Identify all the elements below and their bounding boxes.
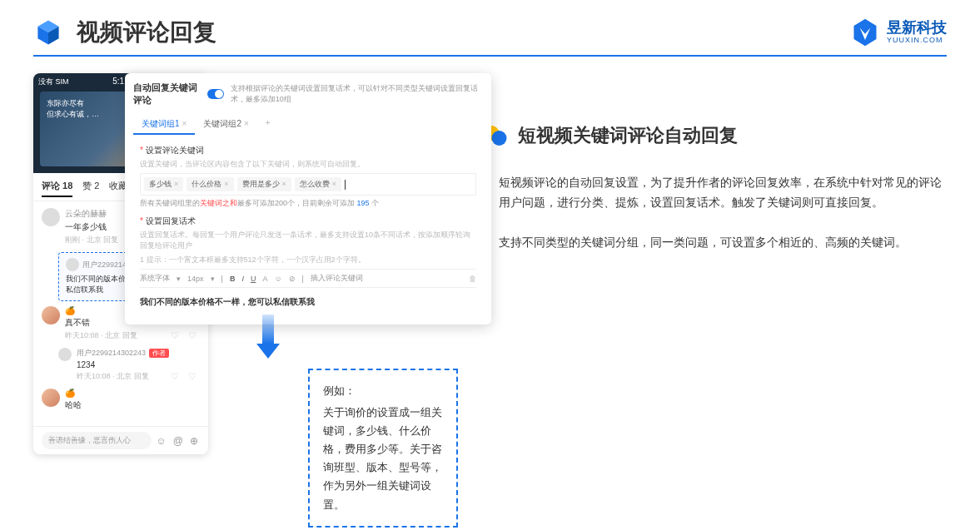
comment-text: 哈哈 bbox=[65, 399, 200, 411]
svg-point-1 bbox=[492, 131, 507, 146]
settings-title: 自动回复关键词评论 bbox=[133, 82, 201, 106]
reply-textarea[interactable]: 我们不同的版本价格不一样，您可以私信联系我 bbox=[140, 291, 476, 313]
avatar bbox=[42, 208, 60, 226]
tab-add[interactable]: + bbox=[257, 115, 279, 135]
delete-icon[interactable]: 🗑 bbox=[469, 275, 476, 283]
keyword-section: 设置评论关键词 设置关键词，当评论区内容包含了以下关键词，则系统可自动回复。 多… bbox=[133, 141, 483, 212]
reply-desc2: 1 提示：一个富文本框最多支持512个字符，一个汉字占用2个字符。 bbox=[140, 255, 476, 265]
tab-group2[interactable]: 关键词组2× bbox=[195, 115, 256, 135]
comment-input-bar: 善语结善缘，恶言伤人心 ☺ @ ⊕ bbox=[33, 426, 208, 454]
arrow-connector bbox=[262, 315, 280, 359]
author-badge: 作者 bbox=[149, 349, 169, 358]
at-icon[interactable]: @ bbox=[173, 435, 185, 447]
comment-input[interactable]: 善语结善缘，恶言伤人心 bbox=[42, 432, 152, 449]
plus-icon[interactable]: ⊕ bbox=[190, 435, 200, 447]
bold-icon[interactable]: B bbox=[230, 275, 236, 283]
comment-meta: 昨天10:08 · 北京 回复 bbox=[77, 371, 149, 382]
avatar bbox=[42, 389, 60, 407]
avatar bbox=[42, 306, 60, 324]
keyword-group-tabs: 关键词组1× 关键词组2× + bbox=[133, 115, 483, 135]
left-column: 没有 SIM 5:11 东际亦尽有 但求心有诚，… 评论 18 赞 2 收藏 bbox=[33, 73, 458, 273]
settings-panel: 自动回复关键词评论 支持根据评论的关键词设置回复话术，可以针对不同类型关键词设置… bbox=[125, 73, 491, 324]
settings-subtitle: 支持根据评论的关键词设置回复话术，可以针对不同类型关键词设置回复话术，最多添加1… bbox=[231, 83, 483, 105]
comment-actions: 昨天10:08 · 北京 回复 ♡ ♡ bbox=[65, 330, 200, 341]
comment-body: 🍊 哈哈 bbox=[65, 389, 200, 413]
header-divider bbox=[33, 55, 947, 57]
feature-title: 短视频关键词评论自动回复 bbox=[518, 123, 738, 148]
example-title: 例如： bbox=[323, 382, 443, 400]
bullet-item: ◆ 短视频评论的自动回复设置，为了提升作者的评论回复效率，在系统中针对常见的评论… bbox=[483, 173, 947, 213]
bullet-item: ◆ 支持不同类型的关键词分组，同一类问题，可设置多个相近的、高频的关键词。 bbox=[483, 233, 947, 253]
brand-hex-icon bbox=[850, 17, 880, 47]
tab-likes[interactable]: 赞 2 bbox=[82, 180, 99, 197]
settings-header: 自动回复关键词评论 支持根据评论的关键词设置回复话术，可以针对不同类型关键词设置… bbox=[133, 82, 483, 111]
keyword-desc: 设置关键词，当评论区内容包含了以下关键词，则系统可自动回复。 bbox=[140, 159, 476, 170]
comment-text: 1234 bbox=[77, 360, 200, 369]
like-icons[interactable]: ♡ ♡ bbox=[171, 330, 200, 341]
brand-name-cn: 昱新科技 bbox=[887, 20, 947, 37]
keyword-tags-input[interactable]: 多少钱× 什么价格× 费用是多少× 怎么收费× bbox=[140, 173, 476, 196]
comment-item: 用户2299214302243 作者 1234 昨天10:08 · 北京 回复 … bbox=[58, 348, 200, 382]
keyword-note: 所有关键词组里的关键词之和最多可添加200个，目前剩余可添加 195 个 bbox=[140, 198, 476, 209]
emoji-btn[interactable]: ☺ bbox=[274, 275, 281, 283]
header-left: 视频评论回复 bbox=[33, 17, 216, 48]
example-body: 关于询价的设置成一组关键词，多少钱、什么价格，费用多少等。关于咨询班型、版本、型… bbox=[323, 404, 443, 514]
font-btn[interactable]: A bbox=[262, 275, 267, 283]
comment-body: 用户2299214302243 作者 1234 昨天10:08 · 北京 回复 … bbox=[77, 348, 200, 382]
example-box: 例如： 关于询价的设置成一组关键词，多少钱、什么价格，费用多少等。关于咨询班型、… bbox=[308, 369, 458, 528]
brand-logo: 昱新科技 YUUXIN.COM bbox=[850, 17, 947, 47]
clear-icon[interactable]: ⊘ bbox=[289, 275, 296, 283]
comment-user: 🍊 bbox=[65, 389, 200, 398]
page-title: 视频评论回复 bbox=[77, 17, 216, 48]
toggle-switch[interactable] bbox=[207, 89, 224, 99]
emoji-icon[interactable]: ☺ bbox=[157, 435, 168, 447]
right-column: 短视频关键词评论自动回复 ◆ 短视频评论的自动回复设置，为了提升作者的评论回复效… bbox=[483, 73, 947, 273]
brand-name-en: YUUXIN.COM bbox=[887, 37, 947, 45]
like-icons[interactable]: ♡ ♡ bbox=[171, 371, 200, 382]
reply-desc: 设置回复话术。每回复一个用户评论只发送一条话术，最多支持设置10条不同话术，按添… bbox=[140, 230, 476, 251]
keyword-tag[interactable]: 多少钱× bbox=[144, 177, 183, 191]
insert-keyword-btn[interactable]: 插入评论关键词 bbox=[311, 273, 363, 284]
italic-icon[interactable]: I bbox=[241, 275, 244, 283]
comment-item: 🍊 哈哈 bbox=[42, 389, 200, 413]
tab-comments[interactable]: 评论 18 bbox=[42, 180, 72, 197]
size-select[interactable]: 14px bbox=[187, 275, 204, 283]
keyword-tag[interactable]: 怎么收费× bbox=[295, 177, 341, 191]
cube-icon bbox=[33, 17, 63, 47]
header: 视频评论回复 昱新科技 YUUXIN.COM bbox=[33, 17, 947, 48]
keyword-label: 设置评论关键词 bbox=[140, 145, 476, 156]
reply-label: 设置回复话术 bbox=[140, 215, 476, 227]
avatar bbox=[58, 348, 72, 361]
bullet-text: 短视频评论的自动回复设置，为了提升作者的评论回复效率，在系统中针对常见的评论用户… bbox=[499, 173, 947, 213]
bullet-text: 支持不同类型的关键词分组，同一类问题，可设置多个相近的、高频的关键词。 bbox=[499, 233, 907, 253]
cursor-icon bbox=[345, 180, 346, 190]
comment-actions: 昨天10:08 · 北京 回复 ♡ ♡ bbox=[77, 371, 200, 382]
keyword-tag[interactable]: 什么价格× bbox=[187, 177, 233, 191]
keyword-tag[interactable]: 费用是多少× bbox=[237, 177, 291, 191]
comment-meta: 昨天10:08 · 北京 回复 bbox=[65, 330, 137, 341]
main-content: 没有 SIM 5:11 东际亦尽有 但求心有诚，… 评论 18 赞 2 收藏 bbox=[33, 73, 947, 273]
reply-header: 用户2299214302243 作者 bbox=[77, 348, 200, 359]
tab-group1[interactable]: 关键词组1× bbox=[133, 115, 195, 135]
avatar bbox=[66, 258, 79, 271]
editor-toolbar: 系统字体▾ 14px▾ | B I U A ☺ ⊘ | 插入评论关键词 🗑 bbox=[140, 269, 476, 288]
sim-status: 没有 SIM bbox=[38, 77, 69, 86]
video-overlay-text: 东际亦尽有 但求心有诚，… bbox=[47, 98, 99, 119]
brand-text: 昱新科技 YUUXIN.COM bbox=[887, 20, 947, 45]
font-select[interactable]: 系统字体 bbox=[140, 273, 170, 284]
reply-section: 设置回复话术 设置回复话术。每回复一个用户评论只发送一条话术，最多支持设置10条… bbox=[133, 212, 483, 316]
feature-header: 短视频关键词评论自动回复 bbox=[483, 123, 947, 148]
underline-icon[interactable]: U bbox=[251, 275, 256, 283]
reply-user: 用户2299214302243 bbox=[77, 348, 146, 359]
